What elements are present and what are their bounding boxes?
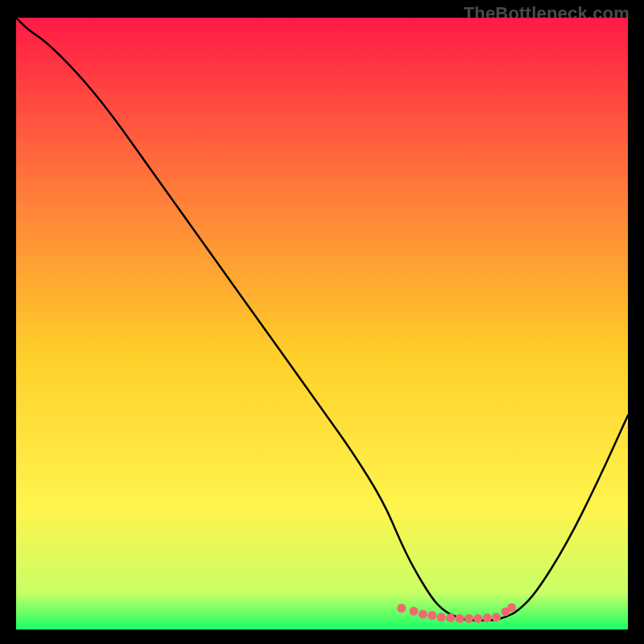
marker-dot xyxy=(483,613,492,622)
marker-dot xyxy=(456,614,464,623)
marker-dot xyxy=(464,614,473,623)
marker-dot xyxy=(397,604,406,613)
marker-dot xyxy=(437,613,446,621)
marker-dot xyxy=(427,611,436,620)
marker-dot xyxy=(446,613,455,622)
marker-dot xyxy=(419,610,427,619)
marker-dot xyxy=(473,614,482,623)
bottleneck-chart xyxy=(16,18,628,630)
marker-dot xyxy=(507,603,516,612)
marker-dot xyxy=(410,607,419,616)
chart-frame: TheBottleneck.com xyxy=(0,0,644,644)
marker-dot xyxy=(492,613,501,621)
